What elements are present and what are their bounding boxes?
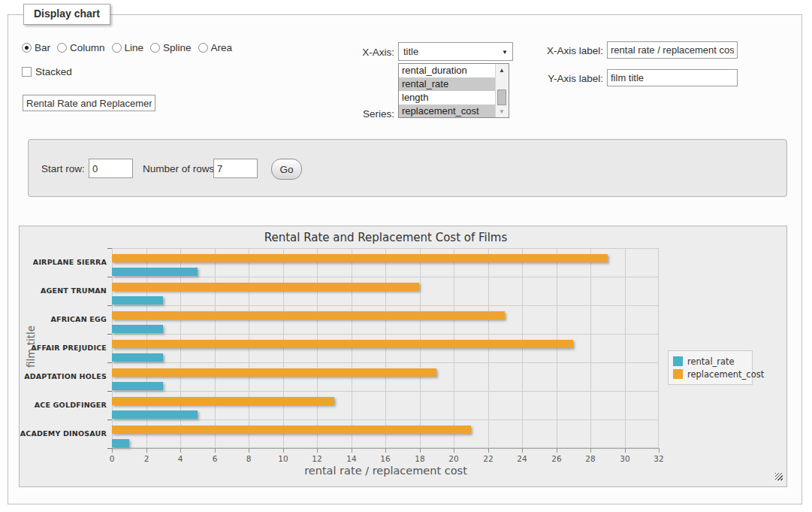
y-axis-tick [107,334,112,335]
gridline [283,248,284,448]
chart-plot-area [112,248,659,448]
gridline [215,248,216,448]
x-axis-tick [215,448,216,453]
gridline [658,248,659,448]
legend-swatch-icon [673,356,683,366]
x-axis-tick-label: 18 [409,454,431,463]
x-axis-tick [420,448,421,453]
x-axis-tick [659,448,660,453]
x-axis-tick [454,448,454,453]
gridline [249,248,249,448]
x-axis-tick [352,448,352,453]
y-axis-label-field-label: Y-Axis label: [535,73,603,84]
number-of-rows-label: Number of rows: [143,163,217,174]
gridline [488,248,489,448]
scroll-down-icon[interactable]: ▼ [496,106,508,117]
x-axis-tick [249,448,249,453]
number-of-rows-input[interactable] [213,159,258,178]
y-axis-tick [107,362,112,363]
x-axis-select[interactable]: title ▼ [398,42,513,61]
rental_rate-bar [112,382,163,390]
series-listbox[interactable]: rental_durationrental_ratelengthreplacem… [398,63,509,118]
chart-title: Rental Rate and Replacement Cost of Film… [112,231,660,244]
category-label: AFRICAN EGG [20,315,107,323]
gridline [454,248,454,448]
radio-icon [22,43,32,53]
gridline [112,362,659,363]
x-axis-label-field-label: X-Axis label: [535,45,603,56]
rental_rate-bar [112,353,163,362]
stacked-label: Stacked [35,66,72,77]
chart-title-input[interactable] [23,95,155,111]
series-option-replacement_cost[interactable]: replacement_cost [399,105,496,117]
radio-label: Spline [163,42,192,53]
gridline [590,248,591,448]
chart-type-radio-area[interactable]: Area [198,42,233,53]
chart-type-radio-column[interactable]: Column [57,42,105,53]
scrollbar-thumb[interactable] [497,89,506,105]
gridline [385,248,386,448]
legend-item-replacement_cost[interactable]: replacement_cost [673,368,747,380]
chart-type-radio-bar[interactable]: Bar [22,42,50,53]
series-scrollbar[interactable]: ▲ ▼ [495,64,509,117]
rental_rate-bar [112,268,198,276]
category-label: ACADEMY DINOSAUR [20,429,107,438]
series-listbox-label: Series: [331,108,394,120]
x-axis-tick-label: 22 [477,454,500,463]
y-axis-label-input[interactable] [607,69,738,86]
legend-item-rental_rate[interactable]: rental_rate [673,355,747,368]
x-axis-tick [385,448,386,453]
x-axis-tick-label: 10 [272,454,294,463]
legend-label: replacement_cost [687,369,764,380]
x-axis-tick [557,448,557,453]
go-button[interactable]: Go [271,159,302,180]
replacement_cost-bar [112,340,573,348]
row-controls-box [28,139,787,197]
x-axis-selected-value: title [403,46,418,57]
x-axis-tick [146,448,147,453]
gridline [522,248,523,448]
chart-type-radio-line[interactable]: Line [112,42,144,53]
radio-label: Line [125,42,144,53]
start-row-label: Start row: [41,163,85,174]
x-axis-tick-label: 8 [237,454,260,463]
x-axis-tick-label: 4 [169,454,192,463]
replacement_cost-bar [112,254,608,262]
x-axis-tick-label: 12 [306,454,328,463]
chevron-down-icon: ▼ [502,49,508,56]
chart-panel: Rental Rate and Replacement Cost of Film… [19,226,787,487]
series-option-length[interactable]: length [399,91,496,105]
radio-label: Column [70,42,105,53]
x-axis-tick-label: 20 [442,454,465,463]
radio-icon [198,43,208,53]
x-axis-tick-label: 30 [614,454,636,463]
gridline [112,277,659,277]
radio-icon [57,43,67,53]
stacked-checkbox-row[interactable]: Stacked [22,66,72,77]
series-option-rental_rate[interactable]: rental_rate [399,77,496,91]
x-axis-tick [590,448,591,453]
chart-type-radio-group: BarColumnLineSplineArea [22,42,232,53]
legend-swatch-icon [673,369,683,379]
category-label: ACE GOLDFINGER [20,401,107,409]
x-axis-tick [317,448,318,453]
x-axis-tick-label: 0 [101,454,123,463]
scroll-up-icon[interactable]: ▲ [496,65,508,75]
resize-grip-icon[interactable] [775,473,783,480]
x-axis-tick-label: 32 [647,454,670,463]
fieldset-legend: Display chart [23,4,110,25]
radio-label: Area [211,42,233,53]
x-axis-tick [488,448,489,453]
x-axis-label-input[interactable] [607,41,738,59]
gridline [112,391,659,392]
y-axis-tick [107,277,112,277]
chart-type-radio-spline[interactable]: Spline [150,42,192,53]
y-axis-tick [107,305,112,306]
y-axis-tick [107,391,112,392]
start-row-input[interactable] [89,159,133,178]
series-option-rental_duration[interactable]: rental_duration [399,64,496,77]
gridline [317,248,318,448]
series-options: rental_durationrental_ratelengthreplacem… [399,64,496,117]
x-axis-title: rental rate / replacement cost [112,465,660,477]
stacked-checkbox[interactable] [22,67,32,77]
